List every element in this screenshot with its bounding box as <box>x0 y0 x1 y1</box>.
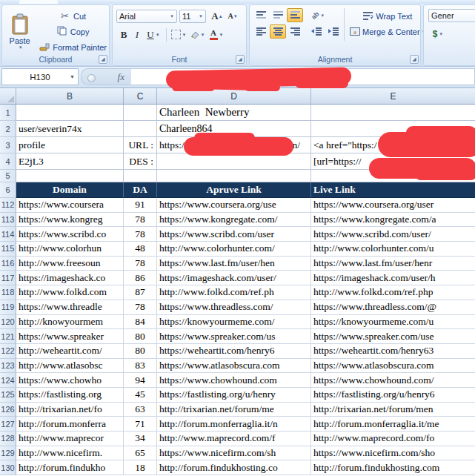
cell-da[interactable]: 48 <box>124 242 157 257</box>
cell-live-link[interactable]: http://trixarian.net/forum/men <box>311 403 475 417</box>
cell-da[interactable]: 94 <box>124 373 157 388</box>
cell-domain[interactable]: https://www.coursera <box>16 198 124 213</box>
cell-da[interactable]: 34 <box>124 432 157 446</box>
select-all-corner[interactable] <box>0 88 16 104</box>
row-number[interactable]: 129 <box>0 446 16 461</box>
header-apruve-link[interactable]: Apruve Link <box>157 182 311 198</box>
cell-da[interactable]: 87 <box>124 285 157 300</box>
cell-domain[interactable]: http://www.atlasobsc <box>16 359 124 374</box>
paste-button[interactable]: Paste ▼ <box>5 8 34 55</box>
cell-live-link[interactable]: https://imageshack.com/user/h <box>311 271 475 285</box>
row-number[interactable]: 128 <box>0 432 16 446</box>
cell-domain[interactable]: http://www.nicefirm. <box>16 446 124 461</box>
row-number[interactable]: 124 <box>0 373 16 388</box>
cell-live-link[interactable]: http://www.folkd.com/ref.php <box>311 285 475 300</box>
row-number[interactable]: 125 <box>0 388 16 403</box>
cell-domain[interactable]: http://knowyourmem <box>16 315 124 330</box>
row-number[interactable]: 2 <box>0 121 16 137</box>
formula-bar-handle[interactable] <box>87 74 96 82</box>
row-number[interactable]: 6 <box>0 182 16 198</box>
cell-c4[interactable]: DES : <box>124 153 157 170</box>
cell-live-link[interactable]: https://www.spreaker.com/use <box>311 329 475 344</box>
cell-da[interactable]: 63 <box>124 403 157 417</box>
accounting-format-button[interactable]: $ ▼ <box>428 27 448 41</box>
row-number[interactable]: 112 <box>0 198 16 213</box>
cell-da[interactable]: 83 <box>124 359 157 374</box>
cell-d4[interactable] <box>157 153 311 170</box>
cell-domain[interactable]: http://www.freesoun <box>16 257 124 271</box>
merge-center-button[interactable]: a Merge & Center ▼ <box>349 24 427 39</box>
cell-e1[interactable] <box>311 105 475 121</box>
cell-domain[interactable]: http://forum.monferra <box>16 417 124 432</box>
column-header-b[interactable]: B <box>16 88 124 104</box>
header-live-link[interactable]: Live Link <box>311 182 475 198</box>
row-number[interactable]: 122 <box>0 344 16 359</box>
cell-apruve-link[interactable]: https://www.nicefirm.com/sh <box>157 446 311 461</box>
cell-apruve-link[interactable]: https://www.threadless.com/ <box>157 300 311 315</box>
cell-live-link[interactable]: https://www.last.fm/user/henr <box>311 257 475 271</box>
cell-b2[interactable]: user/severin74x <box>16 121 124 137</box>
cell-b1[interactable] <box>16 105 124 121</box>
name-box-dropdown[interactable]: ▼ <box>70 74 75 79</box>
clipboard-dialog-launcher[interactable]: ◢ <box>99 55 107 64</box>
cell-live-link[interactable]: https://www.kongregate.com/a <box>311 213 475 228</box>
decrease-indent-button[interactable] <box>308 24 325 39</box>
cell-live-link[interactable]: https://knowyourmeme.com/u <box>311 315 475 330</box>
cell-da[interactable]: 80 <box>124 344 157 359</box>
italic-button[interactable]: I <box>130 27 144 42</box>
cell-apruve-link[interactable]: https://www.coursera.org/use <box>157 198 311 213</box>
cell-domain[interactable]: http://trixarian.net/fo <box>16 403 124 417</box>
cell-da[interactable]: 78 <box>124 227 157 242</box>
align-center-button[interactable] <box>270 24 286 39</box>
format-painter-button[interactable]: Format Painter <box>37 39 107 55</box>
cell-domain[interactable]: https://fastlisting.org <box>16 388 124 403</box>
row-number[interactable]: 5 <box>0 170 16 182</box>
cell-domain[interactable]: http://forum.findukho <box>16 460 124 475</box>
header-da[interactable]: DA <box>124 182 157 198</box>
cell-da[interactable]: 78 <box>124 257 157 271</box>
name-box[interactable]: H130 ▼ <box>1 68 79 85</box>
cell-domain[interactable]: http://weheartit.com/ <box>16 344 124 359</box>
row-number[interactable]: 1 <box>0 105 16 121</box>
cell-c3[interactable]: URL : <box>124 137 157 153</box>
cell-apruve-link[interactable]: http://forum.findukhosting.co <box>157 460 311 475</box>
row-number[interactable]: 121 <box>0 329 16 344</box>
copy-button[interactable]: Copy <box>37 24 107 39</box>
cell-live-link[interactable]: https://www.threadless.com/@ <box>311 300 475 315</box>
cell-domain[interactable]: https://www.spreaker <box>16 329 124 344</box>
align-bottom-button[interactable] <box>287 8 303 22</box>
cell-live-link[interactable]: http://forum.monferraglia.it/me <box>311 417 475 432</box>
cell-domain[interactable]: https://www.chowho <box>16 373 124 388</box>
grow-font-button[interactable]: A▲ <box>209 9 225 23</box>
font-size-combo[interactable]: 11 ▼ <box>179 10 206 23</box>
column-header-c[interactable]: C <box>124 88 157 104</box>
row-number[interactable]: 119 <box>0 300 16 315</box>
cell-live-link[interactable]: https://www.coursera.org/user <box>311 198 475 213</box>
cell-apruve-link[interactable]: https://www.kongregate.com/ <box>157 213 311 228</box>
cell-apruve-link[interactable]: http://www.maprecord.com/f <box>157 432 311 446</box>
increase-indent-button[interactable] <box>325 24 342 39</box>
row-number[interactable]: 123 <box>0 359 16 374</box>
row-number[interactable]: 126 <box>0 403 16 417</box>
cell-da[interactable]: 65 <box>124 446 157 461</box>
fx-icon[interactable]: fx <box>118 71 124 83</box>
row-number[interactable]: 113 <box>0 213 16 228</box>
cell-live-link[interactable]: https://www.chowhound.com/ <box>311 373 475 388</box>
header-domain[interactable]: Domain <box>16 182 124 198</box>
cell-apruve-link[interactable]: https://knowyourmeme.com/ <box>157 315 311 330</box>
cell-domain[interactable]: https://www.scribd.co <box>16 227 124 242</box>
cut-button[interactable]: ✂ Cut <box>37 8 107 24</box>
cell-apruve-link[interactable]: http://www.folkd.com/ref.ph <box>157 285 311 300</box>
cell-apruve-link[interactable]: https://www.atlasobscura.com <box>157 359 311 374</box>
column-header-e[interactable]: E <box>311 88 475 104</box>
cell-live-link[interactable]: https://www.nicefirm.com/sho <box>311 446 475 461</box>
cell-b3[interactable]: profile <box>16 137 124 153</box>
cell-da[interactable]: 91 <box>124 198 157 213</box>
cell-apruve-link[interactable]: http://forum.monferraglia.it/n <box>157 417 311 432</box>
cell-apruve-link[interactable]: https://imageshack.com/user/ <box>157 271 311 285</box>
row-number[interactable]: 116 <box>0 257 16 271</box>
row-number[interactable]: 120 <box>0 315 16 330</box>
cell-da[interactable]: 78 <box>124 213 157 228</box>
row-number[interactable]: 3 <box>0 137 16 153</box>
cell-live-link[interactable]: http://forum.findukhosting.com <box>311 460 475 475</box>
